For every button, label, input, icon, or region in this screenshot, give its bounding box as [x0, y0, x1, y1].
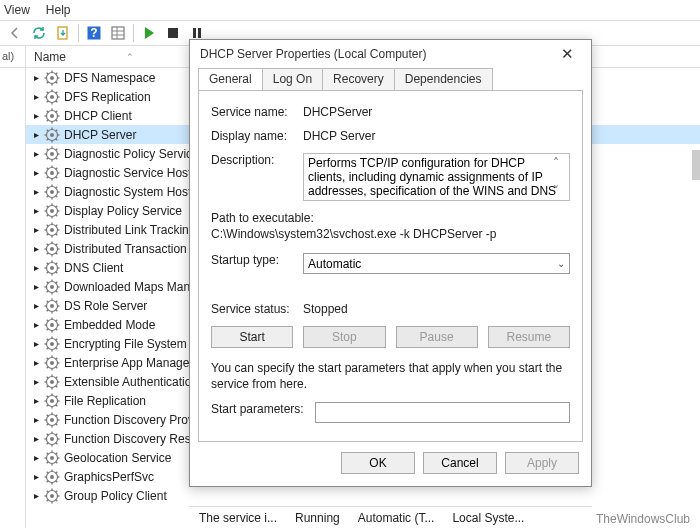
tree-expand-icon[interactable]: ▸: [30, 186, 42, 198]
play-icon[interactable]: [138, 22, 160, 44]
gear-icon: [44, 298, 60, 314]
tree-expand-icon[interactable]: ▸: [30, 300, 42, 312]
value-display-name: DHCP Server: [303, 129, 570, 143]
svg-rect-13: [112, 27, 124, 39]
gear-icon: [44, 165, 60, 181]
scroll-down-icon[interactable]: ˅: [553, 184, 567, 198]
tree-expand-icon[interactable]: ▸: [30, 357, 42, 369]
label-display-name: Display name:: [211, 129, 303, 143]
pause-button: Pause: [396, 326, 478, 348]
tab-logon[interactable]: Log On: [262, 68, 323, 90]
start-button[interactable]: Start: [211, 326, 293, 348]
back-icon[interactable]: [4, 22, 26, 44]
gear-icon: [44, 488, 60, 504]
scroll-up-icon[interactable]: ˄: [553, 156, 567, 170]
description-box[interactable]: Performs TCP/IP configuration for DHCP c…: [303, 153, 570, 201]
service-name: DS Role Server: [64, 299, 147, 313]
list-item[interactable]: ▸Group Policy Client: [26, 486, 700, 505]
svg-rect-18: [193, 28, 196, 38]
tree-expand-icon[interactable]: ▸: [30, 91, 42, 103]
gear-icon: [44, 184, 60, 200]
tree-expand-icon[interactable]: ▸: [30, 167, 42, 179]
help-icon[interactable]: ?: [83, 22, 105, 44]
start-parameters-input[interactable]: [315, 402, 570, 423]
tree-expand-icon[interactable]: ▸: [30, 471, 42, 483]
gear-icon: [44, 203, 60, 219]
tree-expand-icon[interactable]: ▸: [30, 110, 42, 122]
tab-general[interactable]: General: [198, 68, 263, 90]
service-name: File Replication: [64, 394, 146, 408]
startup-type-dropdown[interactable]: Automatic ⌄: [303, 253, 570, 274]
tree-expand-icon[interactable]: ▸: [30, 129, 42, 141]
service-name: Distributed Transaction Co: [64, 242, 205, 256]
gear-icon: [44, 412, 60, 428]
service-name: Embedded Mode: [64, 318, 155, 332]
service-name: Extensible Authentication: [64, 375, 198, 389]
label-service-status: Service status:: [211, 302, 303, 316]
apply-button: Apply: [505, 452, 579, 474]
tab-recovery[interactable]: Recovery: [322, 68, 395, 90]
tree-expand-icon[interactable]: ▸: [30, 490, 42, 502]
service-name: Function Discovery Resou: [64, 432, 204, 446]
tree-expand-icon[interactable]: ▸: [30, 433, 42, 445]
scrollbar-thumb[interactable]: [692, 150, 700, 180]
service-name: Enterprise App Manageme: [64, 356, 206, 370]
gear-icon: [44, 127, 60, 143]
export-icon[interactable]: [52, 22, 74, 44]
tree-expand-icon[interactable]: ▸: [30, 338, 42, 350]
svg-text:?: ?: [90, 26, 97, 40]
tab-dependencies[interactable]: Dependencies: [394, 68, 493, 90]
status-cell: Automatic (T...: [358, 511, 435, 525]
gear-icon: [44, 222, 60, 238]
menu-bar: View Help: [0, 0, 700, 20]
tree-expand-icon[interactable]: ▸: [30, 376, 42, 388]
gear-icon: [44, 393, 60, 409]
stop-icon[interactable]: [162, 22, 184, 44]
tree-expand-icon[interactable]: ▸: [30, 224, 42, 236]
tree-expand-icon[interactable]: ▸: [30, 414, 42, 426]
tree-expand-icon[interactable]: ▸: [30, 243, 42, 255]
watermark: TheWindowsClub: [596, 512, 690, 526]
tree-expand-icon[interactable]: ▸: [30, 319, 42, 331]
value-path: C:\Windows\system32\svchost.exe -k DHCPS…: [211, 227, 570, 241]
tree-expand-icon[interactable]: ▸: [30, 452, 42, 464]
tree-expand-icon[interactable]: ▸: [30, 205, 42, 217]
tree-expand-icon[interactable]: ▸: [30, 262, 42, 274]
service-name: Distributed Link Tracking C: [64, 223, 207, 237]
label-service-name: Service name:: [211, 105, 303, 119]
service-name: DHCP Server: [64, 128, 136, 142]
menu-help[interactable]: Help: [46, 3, 71, 17]
ok-button[interactable]: OK: [341, 452, 415, 474]
sort-arrow-icon: ⌃: [126, 52, 134, 62]
cancel-button[interactable]: Cancel: [423, 452, 497, 474]
dialog-title: DHCP Server Properties (Local Computer): [200, 47, 427, 61]
status-cell: Running: [295, 511, 340, 525]
label-start-parameters: Start parameters:: [211, 402, 315, 423]
tree-expand-icon[interactable]: ▸: [30, 148, 42, 160]
service-name: Display Policy Service: [64, 204, 182, 218]
tree-expand-icon[interactable]: ▸: [30, 395, 42, 407]
service-name: DNS Client: [64, 261, 123, 275]
label-startup-type: Startup type:: [211, 253, 303, 274]
properties-icon[interactable]: [107, 22, 129, 44]
gear-icon: [44, 336, 60, 352]
svg-rect-17: [168, 28, 178, 38]
service-name: Geolocation Service: [64, 451, 171, 465]
hint-text: You can specify the start parameters tha…: [211, 360, 570, 392]
label-path: Path to executable:: [211, 211, 570, 225]
value-service-status: Stopped: [303, 302, 570, 316]
left-pane-header: al): [0, 46, 25, 68]
status-cell: The service i...: [199, 511, 277, 525]
gear-icon: [44, 469, 60, 485]
service-name: Diagnostic Policy Service: [64, 147, 199, 161]
gear-icon: [44, 241, 60, 257]
close-icon[interactable]: ✕: [553, 45, 581, 63]
gear-icon: [44, 374, 60, 390]
tree-expand-icon[interactable]: ▸: [30, 72, 42, 84]
label-description: Description:: [211, 153, 303, 201]
gear-icon: [44, 89, 60, 105]
tree-expand-icon[interactable]: ▸: [30, 281, 42, 293]
service-name: GraphicsPerfSvc: [64, 470, 154, 484]
menu-view[interactable]: View: [4, 3, 30, 17]
refresh-arrows-icon[interactable]: [28, 22, 50, 44]
